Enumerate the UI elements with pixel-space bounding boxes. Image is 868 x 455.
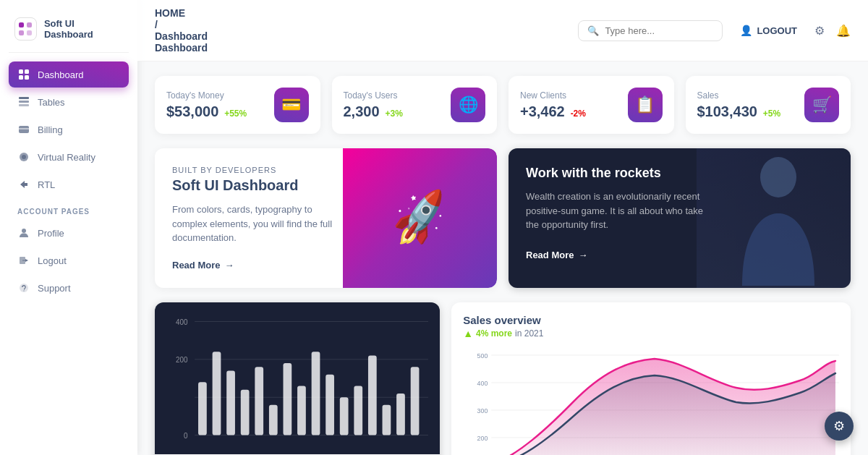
dark-banner-title: Work with the rockets (526, 166, 710, 181)
settings-icon[interactable]: ⚙ (814, 24, 825, 38)
svg-rect-12 (19, 128, 29, 129)
stat-icon-clients: 📋 (628, 88, 663, 122)
account-section-label: Account Pages (9, 199, 129, 220)
breadcrumb-current: Dashboard (155, 30, 208, 42)
sidebar-nav: Dashboard Tables (9, 61, 129, 443)
sidebar-item-support[interactable]: Support (9, 275, 129, 301)
svg-rect-40 (396, 393, 405, 435)
svg-rect-33 (297, 386, 306, 435)
stat-card-money: Today's Money $53,000 +55% 💳 (155, 76, 320, 134)
svg-rect-39 (383, 404, 391, 435)
svg-rect-8 (19, 97, 29, 99)
support-icon (17, 281, 30, 294)
dark-banner-desc: Wealth creation is an evolutionarily rec… (526, 190, 710, 232)
svg-rect-36 (340, 397, 349, 435)
sidebar-item-dashboard[interactable]: Dashboard (9, 61, 129, 88)
sidebar-item-virtual-reality[interactable]: Virtual Reality (9, 144, 129, 170)
logout-label: Logout (38, 255, 67, 266)
settings-fab-icon: ⚙ (833, 418, 845, 434)
svg-rect-31 (269, 404, 278, 435)
svg-point-18 (760, 157, 796, 197)
header-right: 🔍 👤 LOGOUT ⚙ 🔔 (578, 20, 851, 41)
tables-label: Tables (38, 97, 65, 108)
svg-rect-34 (312, 352, 320, 435)
svg-rect-0 (19, 22, 24, 27)
stat-card-users: Today's Users 2,300 +3% 🌐 (332, 76, 498, 134)
content-area: Today's Money $53,000 +55% 💳 Today's Use… (137, 61, 868, 455)
svg-rect-26 (198, 382, 207, 435)
stat-value-sales: $103,430 (697, 103, 757, 119)
stat-value-users: 2,300 (344, 103, 380, 119)
search-input[interactable] (605, 25, 713, 36)
sales-change-year: in 2021 (515, 328, 543, 339)
main-content: HOME / Dashboard Dashboard 🔍 👤 LOGOUT ⚙ … (137, 0, 868, 455)
dashboard-icon (17, 68, 30, 81)
svg-rect-2 (19, 30, 24, 35)
arrow-right-icon-dark: → (578, 250, 587, 260)
sidebar-item-profile[interactable]: Profile (9, 220, 129, 246)
svg-text:300: 300 (477, 407, 488, 414)
stat-label-users: Today's Users (344, 90, 403, 101)
svg-rect-27 (213, 352, 221, 435)
sales-change-pct: 4% more (476, 328, 512, 339)
stat-change-users: +3% (385, 109, 402, 119)
vr-icon (17, 150, 30, 163)
sidebar-item-logout[interactable]: Logout (9, 247, 129, 273)
rocket-area: 🚀 (343, 148, 497, 288)
stat-value-clients: +3,462 (520, 103, 565, 119)
svg-rect-3 (27, 30, 32, 35)
svg-text:400: 400 (477, 379, 488, 386)
sales-overview-card: Sales overview ▲ 4% more in 2021 (451, 302, 851, 456)
stat-icon-sales: 🛒 (804, 88, 839, 122)
search-box[interactable]: 🔍 (578, 20, 723, 41)
stat-change-money: +55% (224, 109, 247, 119)
mid-row: Built by developers Soft UI Dashboard Fr… (155, 148, 851, 288)
banner-desc: From colors, cards, typography to comple… (172, 203, 341, 245)
logo-icon (14, 17, 37, 41)
sales-overview-sub: ▲ 4% more in 2021 (463, 328, 839, 339)
logout-icon (17, 254, 30, 267)
stat-icon-users: 🌐 (451, 88, 485, 122)
sidebar-item-rtl[interactable]: RTL (9, 171, 129, 197)
breadcrumb-sep: / (155, 19, 208, 30)
sidebar-item-billing[interactable]: Billing (9, 116, 129, 143)
billing-icon (17, 123, 30, 136)
dashboard-label: Dashboard (38, 69, 84, 80)
tables-icon (17, 95, 30, 109)
stat-icon-money: 💳 (274, 88, 309, 122)
logout-button[interactable]: 👤 LOGOUT (734, 22, 803, 39)
stat-label-clients: New Clients (520, 90, 586, 101)
logout-btn-label: LOGOUT (757, 25, 797, 36)
sidebar-item-tables[interactable]: Tables (9, 89, 129, 115)
bottom-row: 400 200 0 (155, 302, 851, 456)
stat-value-money: $53,000 (166, 103, 218, 119)
svg-rect-30 (255, 367, 263, 435)
svg-rect-35 (326, 374, 334, 435)
svg-point-14 (22, 155, 26, 159)
stat-card-sales: Sales $103,430 +5% 🛒 (686, 76, 851, 134)
search-icon: 🔍 (587, 25, 599, 36)
svg-rect-6 (19, 75, 23, 80)
notifications-icon[interactable]: 🔔 (836, 24, 851, 38)
svg-rect-10 (19, 104, 29, 106)
page-title: Dashboard (155, 42, 208, 54)
rtl-icon (17, 178, 30, 191)
svg-text:400: 400 (176, 318, 188, 326)
line-chart-svg: 500 400 300 200 100 Apr May Jun Jul Aug … (463, 348, 839, 456)
user-icon: 👤 (740, 25, 752, 36)
svg-rect-37 (354, 386, 362, 435)
banner-card: Built by developers Soft UI Dashboard Fr… (155, 148, 497, 288)
dark-banner-read-more[interactable]: Read More → (526, 250, 710, 260)
breadcrumb: HOME / Dashboard Dashboard (155, 7, 208, 54)
svg-rect-5 (25, 69, 29, 74)
sidebar-logo: Soft UI Dashboard (9, 12, 129, 53)
rtl-label: RTL (38, 179, 55, 190)
breadcrumb-home: HOME (155, 7, 208, 19)
svg-rect-4 (19, 69, 23, 74)
svg-point-15 (22, 229, 26, 233)
svg-rect-38 (368, 355, 377, 435)
rocket-icon: 🚀 (387, 186, 454, 250)
settings-fab[interactable]: ⚙ (825, 412, 854, 441)
svg-rect-41 (411, 367, 420, 435)
svg-text:0: 0 (184, 431, 188, 439)
